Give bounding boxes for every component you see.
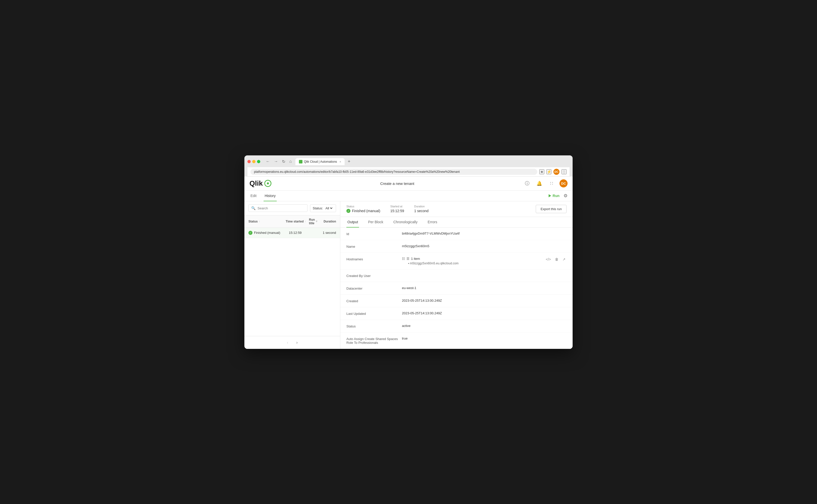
- duration-info-label: Duration: [414, 205, 429, 208]
- new-tab-btn[interactable]: +: [346, 158, 352, 165]
- status-cell: ✓ Finished (manual): [249, 231, 289, 235]
- run-triangle-icon: [549, 194, 551, 197]
- hostname-bullet: ▪: [408, 262, 410, 265]
- user-avatar-app[interactable]: DC: [559, 179, 567, 187]
- col-duration-header: Duration: [317, 220, 336, 223]
- tab-errors[interactable]: Errors: [427, 217, 438, 228]
- field-label-created-by-user: Created By User: [346, 273, 402, 278]
- browser-refresh-btn[interactable]: ↻: [281, 159, 287, 164]
- time-cell: 15:12:59: [289, 231, 314, 235]
- app-header: Qlik Create a new tenant ⓘ 🔔 ∷ DC: [245, 177, 572, 191]
- grid-view-icon[interactable]: ☷: [402, 257, 405, 261]
- field-value-created: 2023-05-25T14:13:00.249Z: [402, 299, 566, 302]
- data-row-name: Name m5lzzggz5xn60m5: [340, 240, 572, 253]
- browser-forward-btn[interactable]: →: [273, 159, 280, 164]
- search-input[interactable]: [258, 206, 305, 210]
- status-success-icon: ✓: [249, 231, 253, 235]
- minimize-window-btn[interactable]: [252, 160, 256, 163]
- bookmark-icon[interactable]: ★: [539, 169, 544, 174]
- duration-value: 1 second: [323, 231, 336, 235]
- output-tabs: Output Per Block Chronologically Errors: [340, 217, 572, 228]
- started-at-group: Started at 15:12:59: [390, 205, 404, 213]
- tab-close-btn[interactable]: ×: [340, 160, 341, 163]
- data-row-created: Created 2023-05-25T14:13:00.249Z: [340, 295, 572, 307]
- sort-time-icon[interactable]: ↕: [305, 220, 306, 223]
- apps-grid-icon-btn[interactable]: ∷: [547, 179, 555, 187]
- status-info-group: Status ✓ Finished (manual): [346, 205, 380, 213]
- export-run-button[interactable]: Export this run: [536, 205, 566, 213]
- duration-info-value: 1 second: [414, 209, 429, 213]
- field-value-id: bi48ria4jgvDm9T7-VLMWvDMjxnYUa4f: [402, 232, 566, 235]
- delete-action-btn[interactable]: 🗑: [554, 257, 559, 262]
- status-value: Finished (manual): [254, 231, 280, 235]
- browser-nav-buttons: ← → ↻ ⌂: [264, 159, 293, 164]
- status-filter-label: Status:: [313, 206, 323, 210]
- status-filter[interactable]: Status: All: [310, 204, 336, 212]
- sort-status-icon[interactable]: ↕: [259, 220, 260, 223]
- tab-right-actions: Run ⚙: [549, 193, 567, 199]
- field-label-datacenter: Datacenter: [346, 286, 402, 290]
- table-row[interactable]: ✓ Finished (manual) 15:12:59 1 second: [245, 228, 340, 238]
- browser-controls: ← → ↻ ⌂ Qlik Cloud | Automations × +: [248, 158, 569, 165]
- tab-chronologically[interactable]: Chronologically: [392, 217, 419, 228]
- started-at-label: Started at: [390, 205, 404, 208]
- field-label-auto-assign: Auto Assign Create Shared Spaces Role To…: [346, 337, 402, 345]
- data-row-id: Id bi48ria4jgvDm9T7-VLMWvDMjxnYUa4f: [340, 228, 572, 240]
- field-label-created: Created: [346, 299, 402, 303]
- status-filter-select[interactable]: All: [324, 206, 333, 210]
- expand-action-btn[interactable]: ↗: [561, 257, 566, 262]
- hostname-count: ☷ ☰ 1 item: [402, 257, 545, 261]
- extension-icon[interactable]: ⚡: [546, 169, 551, 174]
- field-value-datacenter: eu-west-1: [402, 286, 566, 290]
- run-button[interactable]: Run: [549, 194, 559, 198]
- tab-navigation: Edit History Run ⚙: [245, 191, 572, 201]
- field-value-hostnames: ☷ ☰ 1 item ▪ m5lzzggz5xn60m5.eu.qlikclou…: [402, 257, 545, 265]
- notifications-icon-btn[interactable]: 🔔: [535, 179, 543, 187]
- data-row-last-updated: Last Updated 2023-05-25T14:13:00.249Z: [340, 307, 572, 320]
- col-status-header: Status ↕: [249, 220, 286, 223]
- data-row-hostnames: Hostnames ☷ ☰ 1 item ▪ m5lzzggz5xn60m5.e…: [340, 253, 572, 269]
- settings-gear-btn[interactable]: ⚙: [563, 193, 567, 199]
- run-info-bar: Status ✓ Finished (manual) Started at 15…: [340, 201, 572, 217]
- run-button-label: Run: [553, 194, 559, 198]
- field-label-hostnames: Hostnames: [346, 257, 402, 261]
- browser-user-avatar[interactable]: DC: [553, 169, 559, 175]
- prev-page-btn[interactable]: ‹: [285, 339, 290, 346]
- table-header: Status ↕ Time started ↕ Run title ▿ Dura…: [245, 215, 340, 228]
- browser-tab-title: Qlik Cloud | Automations: [304, 160, 337, 163]
- col-title-header: Run title ▿: [309, 218, 317, 225]
- started-at-value: 15:12:59: [390, 209, 404, 213]
- duration-group: Duration 1 second: [414, 205, 429, 213]
- browser-menu-icon[interactable]: ⋮: [561, 169, 566, 174]
- help-icon-btn[interactable]: ⓘ: [523, 179, 531, 187]
- filter-bar: 🔍 Status: All: [245, 201, 340, 215]
- browser-back-btn[interactable]: ←: [264, 159, 272, 164]
- search-icon: 🔍: [251, 206, 256, 210]
- data-row-created-by-user: Created By User: [340, 269, 572, 282]
- address-bar-input[interactable]: [251, 169, 537, 175]
- browser-tab-bar: Qlik Cloud | Automations × +: [295, 158, 352, 165]
- pagination-footer: ‹ ›: [245, 336, 340, 349]
- browser-tab-active[interactable]: Qlik Cloud | Automations ×: [295, 158, 345, 165]
- tab-history[interactable]: History: [264, 191, 277, 201]
- data-row-auto-assign: Auto Assign Create Shared Spaces Role To…: [340, 332, 572, 349]
- app-logo: Qlik: [250, 179, 272, 187]
- logo-dot: [267, 182, 269, 184]
- output-content: Id bi48ria4jgvDm9T7-VLMWvDMjxnYUa4f Name…: [340, 228, 572, 349]
- address-bar-row: ★ ⚡ DC ⋮: [248, 167, 569, 177]
- code-action-btn[interactable]: </>: [545, 257, 552, 262]
- tab-edit[interactable]: Edit: [250, 191, 258, 201]
- tab-per-block[interactable]: Per Block: [367, 217, 384, 228]
- hostname-row-actions: </> 🗑 ↗: [545, 257, 566, 262]
- next-page-btn[interactable]: ›: [294, 339, 300, 346]
- status-check-icon: ✓: [346, 209, 350, 213]
- hostname-value: m5lzzggz5xn60m5.eu.qlikcloud.com: [410, 262, 459, 265]
- close-window-btn[interactable]: [248, 160, 251, 163]
- search-box: 🔍: [249, 204, 308, 212]
- list-view-icon[interactable]: ☰: [406, 257, 410, 261]
- tab-output[interactable]: Output: [346, 217, 359, 228]
- browser-home-btn[interactable]: ⌂: [288, 159, 293, 164]
- maximize-window-btn[interactable]: [257, 160, 260, 163]
- left-panel: 🔍 Status: All Status ↕: [245, 201, 340, 349]
- header-actions: ⓘ 🔔 ∷ DC: [523, 179, 567, 187]
